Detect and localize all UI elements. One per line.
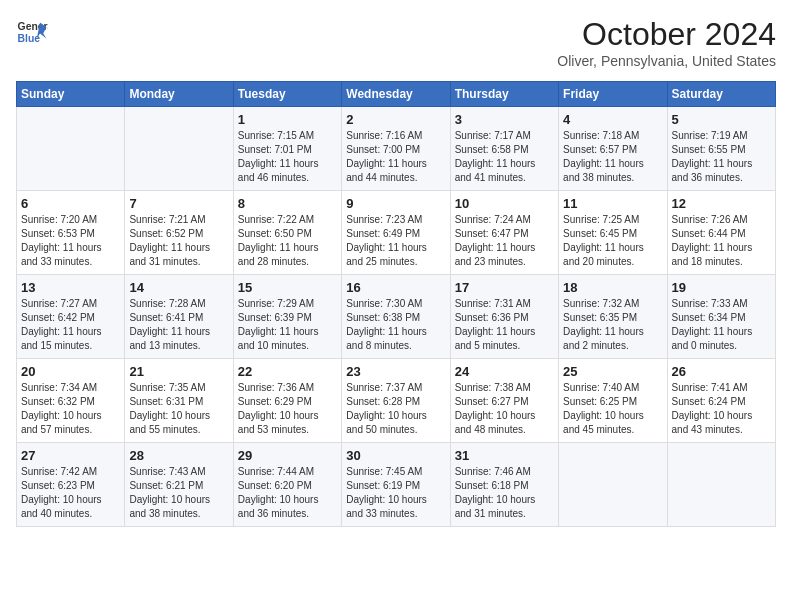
cell-content: Sunrise: 7:34 AM Sunset: 6:32 PM Dayligh… [21,381,120,437]
calendar-cell: 6Sunrise: 7:20 AM Sunset: 6:53 PM Daylig… [17,191,125,275]
cell-content: Sunrise: 7:42 AM Sunset: 6:23 PM Dayligh… [21,465,120,521]
calendar-cell: 13Sunrise: 7:27 AM Sunset: 6:42 PM Dayli… [17,275,125,359]
day-header-monday: Monday [125,82,233,107]
day-number: 6 [21,196,120,211]
cell-content: Sunrise: 7:21 AM Sunset: 6:52 PM Dayligh… [129,213,228,269]
calendar-cell [17,107,125,191]
calendar-cell: 18Sunrise: 7:32 AM Sunset: 6:35 PM Dayli… [559,275,667,359]
day-number: 18 [563,280,662,295]
day-number: 2 [346,112,445,127]
day-number: 23 [346,364,445,379]
calendar-cell: 8Sunrise: 7:22 AM Sunset: 6:50 PM Daylig… [233,191,341,275]
day-number: 15 [238,280,337,295]
logo-icon: General Blue [16,16,48,48]
calendar-cell: 16Sunrise: 7:30 AM Sunset: 6:38 PM Dayli… [342,275,450,359]
calendar-cell: 17Sunrise: 7:31 AM Sunset: 6:36 PM Dayli… [450,275,558,359]
cell-content: Sunrise: 7:32 AM Sunset: 6:35 PM Dayligh… [563,297,662,353]
week-row-5: 27Sunrise: 7:42 AM Sunset: 6:23 PM Dayli… [17,443,776,527]
cell-content: Sunrise: 7:44 AM Sunset: 6:20 PM Dayligh… [238,465,337,521]
day-number: 16 [346,280,445,295]
calendar-cell [667,443,775,527]
calendar-cell: 23Sunrise: 7:37 AM Sunset: 6:28 PM Dayli… [342,359,450,443]
cell-content: Sunrise: 7:41 AM Sunset: 6:24 PM Dayligh… [672,381,771,437]
day-number: 19 [672,280,771,295]
calendar-cell: 2Sunrise: 7:16 AM Sunset: 7:00 PM Daylig… [342,107,450,191]
calendar-cell: 10Sunrise: 7:24 AM Sunset: 6:47 PM Dayli… [450,191,558,275]
day-number: 25 [563,364,662,379]
month-title: October 2024 [557,16,776,53]
cell-content: Sunrise: 7:22 AM Sunset: 6:50 PM Dayligh… [238,213,337,269]
calendar-cell: 15Sunrise: 7:29 AM Sunset: 6:39 PM Dayli… [233,275,341,359]
calendar-cell: 9Sunrise: 7:23 AM Sunset: 6:49 PM Daylig… [342,191,450,275]
day-header-thursday: Thursday [450,82,558,107]
cell-content: Sunrise: 7:16 AM Sunset: 7:00 PM Dayligh… [346,129,445,185]
week-row-2: 6Sunrise: 7:20 AM Sunset: 6:53 PM Daylig… [17,191,776,275]
logo: General Blue [16,16,48,48]
calendar-cell: 25Sunrise: 7:40 AM Sunset: 6:25 PM Dayli… [559,359,667,443]
cell-content: Sunrise: 7:18 AM Sunset: 6:57 PM Dayligh… [563,129,662,185]
calendar-cell: 14Sunrise: 7:28 AM Sunset: 6:41 PM Dayli… [125,275,233,359]
day-number: 26 [672,364,771,379]
calendar-cell: 21Sunrise: 7:35 AM Sunset: 6:31 PM Dayli… [125,359,233,443]
calendar-cell [125,107,233,191]
calendar-cell: 3Sunrise: 7:17 AM Sunset: 6:58 PM Daylig… [450,107,558,191]
cell-content: Sunrise: 7:43 AM Sunset: 6:21 PM Dayligh… [129,465,228,521]
calendar-cell: 12Sunrise: 7:26 AM Sunset: 6:44 PM Dayli… [667,191,775,275]
calendar-cell [559,443,667,527]
day-number: 5 [672,112,771,127]
cell-content: Sunrise: 7:27 AM Sunset: 6:42 PM Dayligh… [21,297,120,353]
day-number: 13 [21,280,120,295]
calendar-table: SundayMondayTuesdayWednesdayThursdayFrid… [16,81,776,527]
cell-content: Sunrise: 7:23 AM Sunset: 6:49 PM Dayligh… [346,213,445,269]
calendar-cell: 31Sunrise: 7:46 AM Sunset: 6:18 PM Dayli… [450,443,558,527]
calendar-cell: 27Sunrise: 7:42 AM Sunset: 6:23 PM Dayli… [17,443,125,527]
cell-content: Sunrise: 7:29 AM Sunset: 6:39 PM Dayligh… [238,297,337,353]
cell-content: Sunrise: 7:35 AM Sunset: 6:31 PM Dayligh… [129,381,228,437]
calendar-cell: 5Sunrise: 7:19 AM Sunset: 6:55 PM Daylig… [667,107,775,191]
cell-content: Sunrise: 7:19 AM Sunset: 6:55 PM Dayligh… [672,129,771,185]
day-number: 31 [455,448,554,463]
day-number: 20 [21,364,120,379]
title-block: October 2024 Oliver, Pennsylvania, Unite… [557,16,776,69]
day-number: 1 [238,112,337,127]
day-number: 8 [238,196,337,211]
day-number: 30 [346,448,445,463]
day-header-sunday: Sunday [17,82,125,107]
day-number: 17 [455,280,554,295]
calendar-cell: 29Sunrise: 7:44 AM Sunset: 6:20 PM Dayli… [233,443,341,527]
day-number: 7 [129,196,228,211]
calendar-cell: 24Sunrise: 7:38 AM Sunset: 6:27 PM Dayli… [450,359,558,443]
day-number: 3 [455,112,554,127]
cell-content: Sunrise: 7:24 AM Sunset: 6:47 PM Dayligh… [455,213,554,269]
cell-content: Sunrise: 7:36 AM Sunset: 6:29 PM Dayligh… [238,381,337,437]
calendar-cell: 20Sunrise: 7:34 AM Sunset: 6:32 PM Dayli… [17,359,125,443]
calendar-cell: 19Sunrise: 7:33 AM Sunset: 6:34 PM Dayli… [667,275,775,359]
week-row-1: 1Sunrise: 7:15 AM Sunset: 7:01 PM Daylig… [17,107,776,191]
day-number: 29 [238,448,337,463]
day-number: 27 [21,448,120,463]
cell-content: Sunrise: 7:26 AM Sunset: 6:44 PM Dayligh… [672,213,771,269]
page-header: General Blue October 2024 Oliver, Pennsy… [16,16,776,69]
cell-content: Sunrise: 7:31 AM Sunset: 6:36 PM Dayligh… [455,297,554,353]
cell-content: Sunrise: 7:40 AM Sunset: 6:25 PM Dayligh… [563,381,662,437]
location: Oliver, Pennsylvania, United States [557,53,776,69]
day-number: 24 [455,364,554,379]
calendar-cell: 7Sunrise: 7:21 AM Sunset: 6:52 PM Daylig… [125,191,233,275]
cell-content: Sunrise: 7:45 AM Sunset: 6:19 PM Dayligh… [346,465,445,521]
day-number: 28 [129,448,228,463]
calendar-cell: 1Sunrise: 7:15 AM Sunset: 7:01 PM Daylig… [233,107,341,191]
cell-content: Sunrise: 7:37 AM Sunset: 6:28 PM Dayligh… [346,381,445,437]
day-number: 12 [672,196,771,211]
cell-content: Sunrise: 7:25 AM Sunset: 6:45 PM Dayligh… [563,213,662,269]
calendar-cell: 26Sunrise: 7:41 AM Sunset: 6:24 PM Dayli… [667,359,775,443]
day-number: 10 [455,196,554,211]
day-number: 14 [129,280,228,295]
week-row-4: 20Sunrise: 7:34 AM Sunset: 6:32 PM Dayli… [17,359,776,443]
calendar-cell: 22Sunrise: 7:36 AM Sunset: 6:29 PM Dayli… [233,359,341,443]
calendar-cell: 30Sunrise: 7:45 AM Sunset: 6:19 PM Dayli… [342,443,450,527]
cell-content: Sunrise: 7:38 AM Sunset: 6:27 PM Dayligh… [455,381,554,437]
calendar-cell: 11Sunrise: 7:25 AM Sunset: 6:45 PM Dayli… [559,191,667,275]
week-row-3: 13Sunrise: 7:27 AM Sunset: 6:42 PM Dayli… [17,275,776,359]
cell-content: Sunrise: 7:15 AM Sunset: 7:01 PM Dayligh… [238,129,337,185]
cell-content: Sunrise: 7:20 AM Sunset: 6:53 PM Dayligh… [21,213,120,269]
